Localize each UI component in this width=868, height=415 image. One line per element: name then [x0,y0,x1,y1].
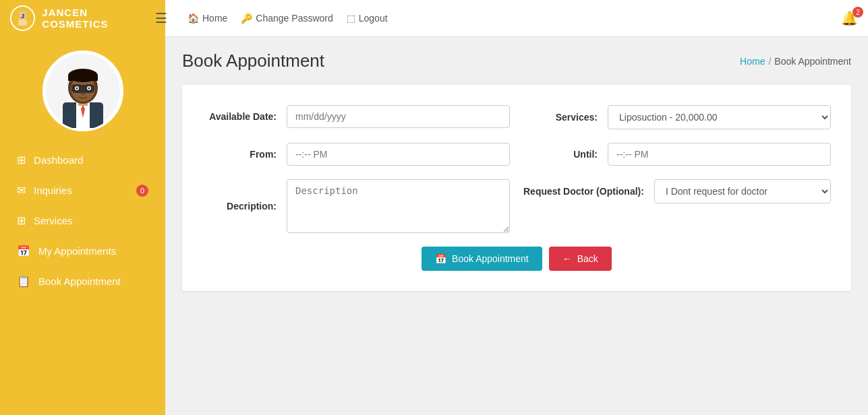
from-input[interactable] [287,143,510,166]
avatar [42,51,123,131]
available-date-input[interactable] [287,105,510,128]
appointments-icon: 📅 [17,245,30,257]
brand: J JANCEN COSMETICS [0,0,165,37]
notification-bell[interactable]: 🔔 2 [841,10,858,26]
svg-rect-22 [68,75,98,81]
book-icon-glyph: 📅 [435,253,446,264]
main-content: Book Appointment Home / Book Appointment… [165,37,868,415]
nav-home[interactable]: 🏠 Home [187,13,227,24]
nav-change-password-label: Change Password [256,13,332,24]
from-label: From: [202,149,277,160]
form-group-from: From: [202,143,510,166]
svg-point-20 [81,92,85,95]
nav-logout-label: Logout [359,13,388,24]
book-button-label: Book Appointment [452,253,529,264]
back-button-label: Back [577,253,598,264]
hamburger-icon[interactable]: ☰ [155,10,167,26]
nav-logout[interactable]: ⬚ Logout [347,13,388,24]
page-header: Book Appointment Home / Book Appointment [182,51,851,71]
description-textarea[interactable] [287,179,510,233]
dashboard-icon: ⊞ [17,154,26,166]
nav-change-password[interactable]: 🔑 Change Password [241,13,332,24]
request-doctor-select[interactable]: I Dont request for doctor [654,179,831,203]
services-icon: ⊞ [17,214,26,227]
sidebar-item-my-appointments[interactable]: 📅 My Appointments [0,236,165,266]
navbar-right: 🔔 2 [841,10,858,26]
form-group-until: Until: [523,143,831,166]
navbar: J JANCEN COSMETICS ☰ 🏠 Home 🔑 Change Pas… [0,0,868,37]
available-date-label: Available Date: [202,111,277,122]
services-label: Services: [523,112,598,123]
sidebar-item-services-label: Services [34,215,73,226]
sidebar-item-book-appointment-label: Book Appointment [38,276,121,287]
sidebar-item-inquiries[interactable]: ✉ Inquiries 0 [0,175,165,205]
form-row-1: Available Date: Services: Liposuction - … [202,105,831,129]
brand-logo: J [10,5,35,31]
services-select[interactable]: Liposuction - 20,000.00 [608,105,831,129]
form-group-date: Available Date: [202,105,510,128]
key-icon: 🔑 [241,13,252,24]
request-doctor-label: Request Doctor (Optional): [523,186,644,197]
svg-point-18 [76,88,78,90]
form-actions: 📅 Book Appointment ← Back [202,247,831,271]
sidebar-item-my-appointments-label: My Appointments [38,245,116,257]
svg-text:J: J [21,13,24,20]
form-group-description: Decription: [202,179,510,233]
sidebar-nav: ⊞ Dashboard ✉ Inquiries 0 ⊞ Services 📅 M… [0,145,165,296]
breadcrumb-current: Book Appointment [774,56,851,67]
form-row-3: Decription: Request Doctor (Optional): I… [202,179,831,233]
book-appointment-form: Available Date: Services: Liposuction - … [182,85,851,291]
svg-point-19 [88,88,90,90]
breadcrumb: Home / Book Appointment [740,56,851,67]
form-group-services: Services: Liposuction - 20,000.00 [523,105,831,129]
layout: ⊞ Dashboard ✉ Inquiries 0 ⊞ Services 📅 M… [0,37,868,415]
nav-home-label: Home [202,13,227,24]
logout-icon: ⬚ [347,13,355,24]
sidebar-item-dashboard-label: Dashboard [34,154,83,166]
until-label: Until: [523,149,598,160]
sidebar-item-services[interactable]: ⊞ Services [0,205,165,236]
book-icon: 📋 [17,275,30,288]
svg-rect-2 [18,20,27,26]
form-group-request-doctor: Request Doctor (Optional): I Dont reques… [523,179,831,203]
home-icon: 🏠 [187,13,199,24]
navbar-menu: 🏠 Home 🔑 Change Password ⬚ Logout [187,13,841,24]
breadcrumb-separator: / [768,56,771,67]
notification-count: 2 [852,7,863,18]
brand-name: JANCEN COSMETICS [42,7,155,30]
description-label: Decription: [202,201,277,212]
back-button[interactable]: ← Back [549,247,612,271]
inquiries-badge: 0 [136,185,148,197]
book-appointment-button[interactable]: 📅 Book Appointment [422,247,542,271]
inquiries-icon: ✉ [17,184,26,197]
sidebar-item-inquiries-label: Inquiries [34,185,72,196]
form-row-2: From: Until: [202,143,831,166]
sidebar: ⊞ Dashboard ✉ Inquiries 0 ⊞ Services 📅 M… [0,37,165,415]
page-title: Book Appointment [182,51,324,71]
sidebar-item-dashboard[interactable]: ⊞ Dashboard [0,145,165,175]
back-arrow-icon: ← [562,253,572,264]
sidebar-item-book-appointment[interactable]: 📋 Book Appointment [0,266,165,296]
breadcrumb-home[interactable]: Home [740,56,765,67]
until-input[interactable] [608,143,831,166]
